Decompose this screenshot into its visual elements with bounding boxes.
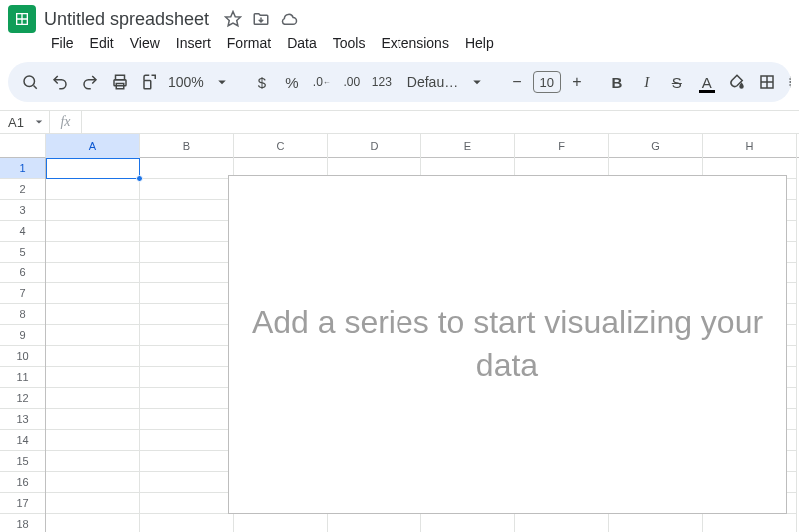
strikethrough-button[interactable]: S bbox=[663, 68, 691, 96]
column-header[interactable]: H bbox=[703, 134, 797, 158]
print-icon[interactable] bbox=[106, 68, 134, 96]
cell[interactable] bbox=[46, 158, 140, 179]
row-header[interactable]: 18 bbox=[0, 514, 45, 532]
menu-insert[interactable]: Insert bbox=[169, 31, 218, 55]
cell[interactable] bbox=[421, 514, 515, 532]
decrease-decimal-icon[interactable]: .0← bbox=[308, 68, 336, 96]
cell[interactable] bbox=[46, 409, 140, 430]
fill-color-button[interactable] bbox=[723, 68, 751, 96]
cell[interactable] bbox=[140, 304, 234, 325]
font-size-input[interactable] bbox=[533, 71, 561, 93]
increase-decimal-icon[interactable]: .00 bbox=[338, 68, 366, 96]
cell[interactable] bbox=[46, 221, 140, 242]
text-color-button[interactable]: A bbox=[693, 68, 721, 96]
cell[interactable] bbox=[609, 514, 703, 532]
cell[interactable] bbox=[515, 514, 609, 532]
row-header[interactable]: 10 bbox=[0, 346, 45, 367]
cell[interactable] bbox=[46, 283, 140, 304]
menu-file[interactable]: File bbox=[44, 31, 81, 55]
cell[interactable] bbox=[46, 200, 140, 221]
italic-button[interactable]: I bbox=[633, 68, 661, 96]
row-header[interactable]: 6 bbox=[0, 263, 45, 283]
cell[interactable] bbox=[140, 179, 234, 200]
cell[interactable] bbox=[140, 242, 234, 263]
chart-placeholder[interactable]: Add a series to start visualizing your d… bbox=[228, 175, 787, 514]
cell[interactable] bbox=[46, 304, 140, 325]
percent-icon[interactable]: % bbox=[278, 68, 306, 96]
row-header[interactable]: 13 bbox=[0, 409, 45, 430]
cell[interactable] bbox=[140, 514, 234, 532]
menu-tools[interactable]: Tools bbox=[326, 31, 373, 55]
bold-button[interactable]: B bbox=[603, 68, 631, 96]
borders-button[interactable] bbox=[753, 68, 781, 96]
merge-cells-button[interactable] bbox=[783, 68, 791, 96]
cell[interactable] bbox=[46, 472, 140, 493]
cell[interactable] bbox=[46, 263, 140, 283]
select-all-corner[interactable] bbox=[0, 134, 46, 158]
cell[interactable] bbox=[46, 388, 140, 409]
cell[interactable] bbox=[46, 514, 140, 532]
menu-data[interactable]: Data bbox=[280, 31, 324, 55]
cell[interactable] bbox=[46, 179, 140, 200]
increase-font-size-button[interactable]: + bbox=[563, 68, 591, 96]
name-box[interactable]: A1 bbox=[0, 111, 50, 133]
cell[interactable] bbox=[140, 263, 234, 283]
cell[interactable] bbox=[140, 367, 234, 388]
font-selector[interactable]: Defaul… bbox=[407, 68, 491, 96]
menu-view[interactable]: View bbox=[123, 31, 167, 55]
column-header[interactable]: C bbox=[234, 134, 328, 158]
decrease-font-size-button[interactable]: − bbox=[503, 68, 531, 96]
row-header[interactable]: 5 bbox=[0, 242, 45, 263]
paint-format-icon[interactable] bbox=[136, 68, 164, 96]
row-header[interactable]: 8 bbox=[0, 304, 45, 325]
row-header[interactable]: 3 bbox=[0, 200, 45, 221]
currency-icon[interactable]: $ bbox=[248, 68, 276, 96]
row-header[interactable]: 11 bbox=[0, 367, 45, 388]
cell[interactable] bbox=[703, 514, 797, 532]
cell[interactable] bbox=[140, 158, 234, 179]
row-header[interactable]: 2 bbox=[0, 179, 45, 200]
cell[interactable] bbox=[140, 346, 234, 367]
menu-extensions[interactable]: Extensions bbox=[374, 31, 455, 55]
cell[interactable] bbox=[46, 493, 140, 514]
cell[interactable] bbox=[46, 325, 140, 346]
zoom-control[interactable]: 100% bbox=[166, 68, 236, 96]
column-header[interactable]: F bbox=[515, 134, 609, 158]
cell[interactable] bbox=[328, 514, 421, 532]
column-header[interactable]: D bbox=[328, 134, 421, 158]
row-header[interactable]: 1 bbox=[0, 158, 45, 179]
cell[interactable] bbox=[140, 221, 234, 242]
cell[interactable] bbox=[46, 430, 140, 451]
undo-icon[interactable] bbox=[46, 68, 74, 96]
cell[interactable] bbox=[140, 409, 234, 430]
row-header[interactable]: 15 bbox=[0, 451, 45, 472]
row-header[interactable]: 16 bbox=[0, 472, 45, 493]
more-formats-icon[interactable]: 123 bbox=[368, 68, 396, 96]
search-menus-icon[interactable] bbox=[16, 68, 44, 96]
cell[interactable] bbox=[234, 514, 328, 532]
cell[interactable] bbox=[46, 346, 140, 367]
cell[interactable] bbox=[46, 242, 140, 263]
cell[interactable] bbox=[140, 388, 234, 409]
cell[interactable] bbox=[46, 451, 140, 472]
row-header[interactable]: 7 bbox=[0, 283, 45, 304]
cloud-status-icon[interactable] bbox=[279, 9, 299, 29]
row-header[interactable]: 17 bbox=[0, 493, 45, 514]
formula-input[interactable] bbox=[82, 111, 799, 133]
cell[interactable] bbox=[140, 283, 234, 304]
cell[interactable] bbox=[140, 325, 234, 346]
move-folder-icon[interactable] bbox=[251, 9, 271, 29]
row-header[interactable]: 4 bbox=[0, 221, 45, 242]
column-header[interactable]: G bbox=[609, 134, 703, 158]
document-title[interactable]: Untitled spreadsheet bbox=[44, 9, 209, 30]
cell[interactable] bbox=[140, 430, 234, 451]
row-header[interactable]: 12 bbox=[0, 388, 45, 409]
menu-edit[interactable]: Edit bbox=[83, 31, 121, 55]
redo-icon[interactable] bbox=[76, 68, 104, 96]
menu-format[interactable]: Format bbox=[220, 31, 278, 55]
cell[interactable] bbox=[140, 472, 234, 493]
sheets-app-icon[interactable] bbox=[8, 5, 36, 33]
row-header[interactable]: 9 bbox=[0, 325, 45, 346]
cell[interactable] bbox=[140, 493, 234, 514]
column-header[interactable]: E bbox=[421, 134, 515, 158]
